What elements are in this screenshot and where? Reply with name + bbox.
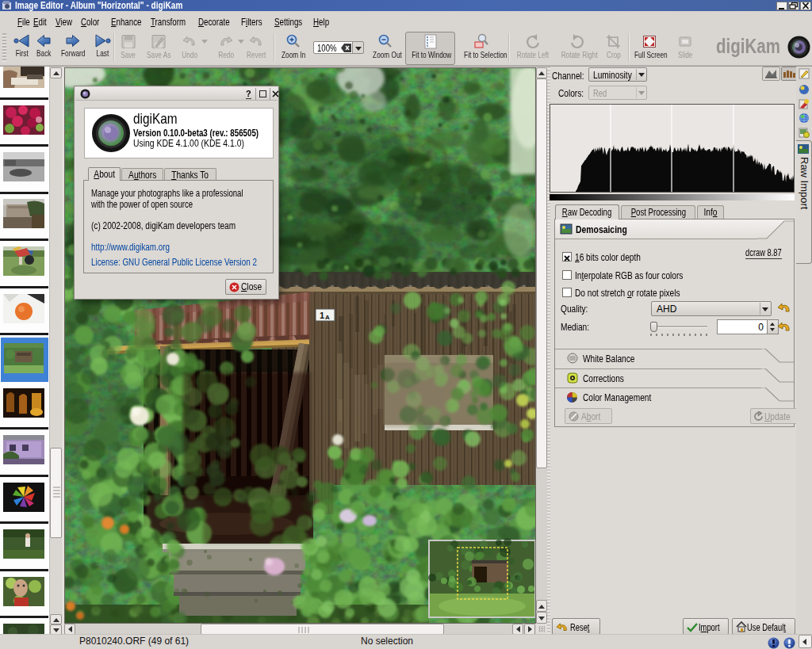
svg-text:A: A	[325, 314, 330, 321]
svg-text:1: 1	[320, 311, 324, 320]
